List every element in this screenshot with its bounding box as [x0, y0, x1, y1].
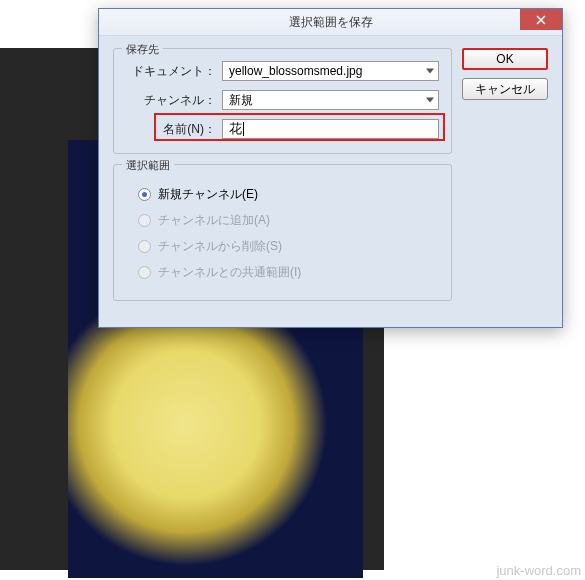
operation-group: 選択範囲 新規チャンネル(E) チャンネルに追加(A) チャンネルから削除(S)…	[113, 164, 452, 301]
radio-intersect-label: チャンネルとの共通範囲(I)	[158, 264, 301, 281]
dialog-title: 選択範囲を保存	[289, 14, 373, 31]
ok-button[interactable]: OK	[462, 48, 548, 70]
radio-new-channel-label: 新規チャンネル(E)	[158, 186, 258, 203]
radio-subtract-from-channel: チャンネルから削除(S)	[138, 238, 439, 255]
name-label: 名前(N)：	[126, 121, 222, 138]
close-button[interactable]	[520, 9, 562, 30]
radio-new-channel[interactable]: 新規チャンネル(E)	[138, 186, 439, 203]
save-selection-dialog: 選択範囲を保存 保存先 ドキュメント： yellow_blossomsmed.j…	[98, 8, 563, 328]
cancel-button[interactable]: キャンセル	[462, 78, 548, 100]
channel-label: チャンネル：	[126, 92, 222, 109]
document-select-value: yellow_blossomsmed.jpg	[229, 64, 362, 78]
destination-group: 保存先 ドキュメント： yellow_blossomsmed.jpg チャンネル…	[113, 48, 452, 154]
cancel-button-label: キャンセル	[475, 81, 535, 98]
radio-icon	[138, 240, 151, 253]
radio-icon	[138, 266, 151, 279]
channel-select[interactable]: 新規	[222, 90, 439, 110]
dialog-body: 保存先 ドキュメント： yellow_blossomsmed.jpg チャンネル…	[99, 36, 562, 327]
document-select[interactable]: yellow_blossomsmed.jpg	[222, 61, 439, 81]
operation-legend: 選択範囲	[122, 158, 174, 173]
name-input-value: 花	[229, 120, 242, 138]
channel-select-value: 新規	[229, 92, 253, 109]
radio-icon	[138, 214, 151, 227]
radio-intersect-channel: チャンネルとの共通範囲(I)	[138, 264, 439, 281]
dialog-titlebar[interactable]: 選択範囲を保存	[99, 9, 562, 36]
radio-add-to-channel-label: チャンネルに追加(A)	[158, 212, 270, 229]
radio-add-to-channel: チャンネルに追加(A)	[138, 212, 439, 229]
radio-icon	[138, 188, 151, 201]
name-input[interactable]: 花	[222, 119, 439, 139]
radio-subtract-label: チャンネルから削除(S)	[158, 238, 282, 255]
close-icon	[536, 15, 546, 25]
ok-button-label: OK	[496, 52, 513, 66]
destination-legend: 保存先	[122, 42, 163, 57]
watermark: junk-word.com	[496, 563, 581, 578]
document-label: ドキュメント：	[126, 63, 222, 80]
text-cursor	[243, 122, 244, 136]
